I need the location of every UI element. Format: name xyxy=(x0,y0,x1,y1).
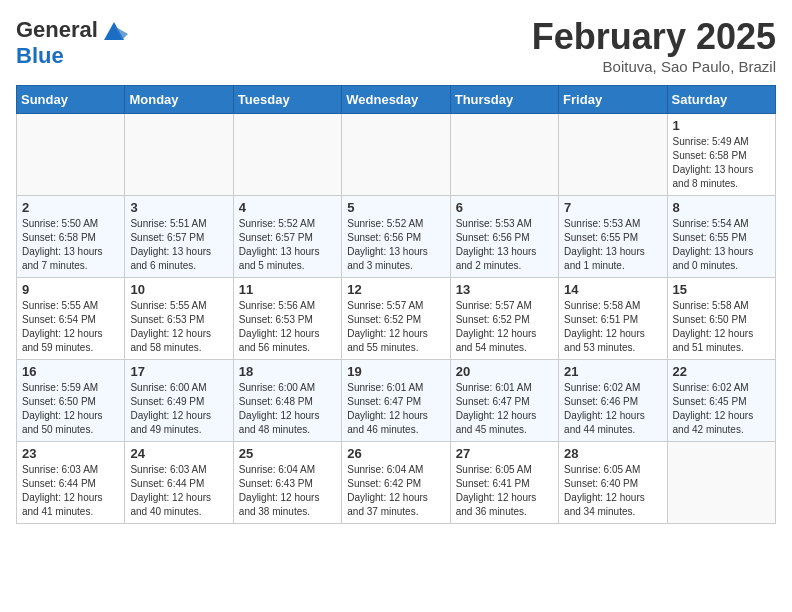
location: Boituva, Sao Paulo, Brazil xyxy=(532,58,776,75)
calendar-cell xyxy=(559,114,667,196)
calendar-cell: 16Sunrise: 5:59 AM Sunset: 6:50 PM Dayli… xyxy=(17,360,125,442)
day-info: Sunrise: 5:58 AM Sunset: 6:50 PM Dayligh… xyxy=(673,299,770,355)
day-number: 8 xyxy=(673,200,770,215)
logo-icon xyxy=(100,16,128,44)
day-number: 28 xyxy=(564,446,661,461)
weekday-header-saturday: Saturday xyxy=(667,86,775,114)
calendar-cell: 11Sunrise: 5:56 AM Sunset: 6:53 PM Dayli… xyxy=(233,278,341,360)
day-info: Sunrise: 6:01 AM Sunset: 6:47 PM Dayligh… xyxy=(347,381,444,437)
weekday-header-friday: Friday xyxy=(559,86,667,114)
month-title: February 2025 xyxy=(532,16,776,58)
calendar-cell: 14Sunrise: 5:58 AM Sunset: 6:51 PM Dayli… xyxy=(559,278,667,360)
day-info: Sunrise: 6:05 AM Sunset: 6:41 PM Dayligh… xyxy=(456,463,553,519)
day-number: 7 xyxy=(564,200,661,215)
calendar-week-1: 1Sunrise: 5:49 AM Sunset: 6:58 PM Daylig… xyxy=(17,114,776,196)
day-number: 3 xyxy=(130,200,227,215)
calendar-cell xyxy=(233,114,341,196)
day-info: Sunrise: 5:56 AM Sunset: 6:53 PM Dayligh… xyxy=(239,299,336,355)
calendar-cell: 22Sunrise: 6:02 AM Sunset: 6:45 PM Dayli… xyxy=(667,360,775,442)
calendar-cell xyxy=(342,114,450,196)
day-number: 27 xyxy=(456,446,553,461)
day-number: 9 xyxy=(22,282,119,297)
page-header: General Blue February 2025 Boituva, Sao … xyxy=(16,16,776,75)
day-info: Sunrise: 5:54 AM Sunset: 6:55 PM Dayligh… xyxy=(673,217,770,273)
day-number: 18 xyxy=(239,364,336,379)
calendar-cell: 10Sunrise: 5:55 AM Sunset: 6:53 PM Dayli… xyxy=(125,278,233,360)
calendar-cell: 9Sunrise: 5:55 AM Sunset: 6:54 PM Daylig… xyxy=(17,278,125,360)
day-number: 24 xyxy=(130,446,227,461)
logo: General Blue xyxy=(16,16,128,68)
day-info: Sunrise: 6:04 AM Sunset: 6:43 PM Dayligh… xyxy=(239,463,336,519)
calendar-cell: 6Sunrise: 5:53 AM Sunset: 6:56 PM Daylig… xyxy=(450,196,558,278)
day-info: Sunrise: 5:59 AM Sunset: 6:50 PM Dayligh… xyxy=(22,381,119,437)
calendar-cell xyxy=(667,442,775,524)
day-info: Sunrise: 6:02 AM Sunset: 6:45 PM Dayligh… xyxy=(673,381,770,437)
day-number: 14 xyxy=(564,282,661,297)
calendar-week-5: 23Sunrise: 6:03 AM Sunset: 6:44 PM Dayli… xyxy=(17,442,776,524)
day-number: 20 xyxy=(456,364,553,379)
day-number: 2 xyxy=(22,200,119,215)
day-info: Sunrise: 6:04 AM Sunset: 6:42 PM Dayligh… xyxy=(347,463,444,519)
title-block: February 2025 Boituva, Sao Paulo, Brazil xyxy=(532,16,776,75)
calendar-cell: 13Sunrise: 5:57 AM Sunset: 6:52 PM Dayli… xyxy=(450,278,558,360)
logo-blue: Blue xyxy=(16,44,128,68)
day-info: Sunrise: 6:01 AM Sunset: 6:47 PM Dayligh… xyxy=(456,381,553,437)
calendar-cell: 17Sunrise: 6:00 AM Sunset: 6:49 PM Dayli… xyxy=(125,360,233,442)
calendar-cell xyxy=(450,114,558,196)
calendar-cell: 24Sunrise: 6:03 AM Sunset: 6:44 PM Dayli… xyxy=(125,442,233,524)
day-info: Sunrise: 5:52 AM Sunset: 6:57 PM Dayligh… xyxy=(239,217,336,273)
calendar-cell: 15Sunrise: 5:58 AM Sunset: 6:50 PM Dayli… xyxy=(667,278,775,360)
calendar-cell: 7Sunrise: 5:53 AM Sunset: 6:55 PM Daylig… xyxy=(559,196,667,278)
calendar-cell xyxy=(125,114,233,196)
calendar-cell: 3Sunrise: 5:51 AM Sunset: 6:57 PM Daylig… xyxy=(125,196,233,278)
weekday-header-thursday: Thursday xyxy=(450,86,558,114)
day-number: 19 xyxy=(347,364,444,379)
day-info: Sunrise: 5:49 AM Sunset: 6:58 PM Dayligh… xyxy=(673,135,770,191)
calendar-cell: 8Sunrise: 5:54 AM Sunset: 6:55 PM Daylig… xyxy=(667,196,775,278)
calendar-cell: 4Sunrise: 5:52 AM Sunset: 6:57 PM Daylig… xyxy=(233,196,341,278)
day-info: Sunrise: 6:00 AM Sunset: 6:49 PM Dayligh… xyxy=(130,381,227,437)
day-info: Sunrise: 5:53 AM Sunset: 6:55 PM Dayligh… xyxy=(564,217,661,273)
day-info: Sunrise: 5:57 AM Sunset: 6:52 PM Dayligh… xyxy=(456,299,553,355)
calendar-cell: 12Sunrise: 5:57 AM Sunset: 6:52 PM Dayli… xyxy=(342,278,450,360)
day-info: Sunrise: 5:58 AM Sunset: 6:51 PM Dayligh… xyxy=(564,299,661,355)
day-number: 17 xyxy=(130,364,227,379)
weekday-header-sunday: Sunday xyxy=(17,86,125,114)
day-number: 4 xyxy=(239,200,336,215)
weekday-header-row: SundayMondayTuesdayWednesdayThursdayFrid… xyxy=(17,86,776,114)
calendar-cell: 27Sunrise: 6:05 AM Sunset: 6:41 PM Dayli… xyxy=(450,442,558,524)
day-number: 22 xyxy=(673,364,770,379)
day-number: 25 xyxy=(239,446,336,461)
calendar-cell: 26Sunrise: 6:04 AM Sunset: 6:42 PM Dayli… xyxy=(342,442,450,524)
day-info: Sunrise: 5:55 AM Sunset: 6:53 PM Dayligh… xyxy=(130,299,227,355)
calendar-cell: 19Sunrise: 6:01 AM Sunset: 6:47 PM Dayli… xyxy=(342,360,450,442)
calendar-cell: 23Sunrise: 6:03 AM Sunset: 6:44 PM Dayli… xyxy=(17,442,125,524)
day-info: Sunrise: 5:55 AM Sunset: 6:54 PM Dayligh… xyxy=(22,299,119,355)
day-info: Sunrise: 5:53 AM Sunset: 6:56 PM Dayligh… xyxy=(456,217,553,273)
calendar-cell: 20Sunrise: 6:01 AM Sunset: 6:47 PM Dayli… xyxy=(450,360,558,442)
day-info: Sunrise: 6:02 AM Sunset: 6:46 PM Dayligh… xyxy=(564,381,661,437)
day-number: 11 xyxy=(239,282,336,297)
day-info: Sunrise: 6:05 AM Sunset: 6:40 PM Dayligh… xyxy=(564,463,661,519)
logo-general: General xyxy=(16,18,98,42)
day-number: 23 xyxy=(22,446,119,461)
day-number: 12 xyxy=(347,282,444,297)
day-info: Sunrise: 6:03 AM Sunset: 6:44 PM Dayligh… xyxy=(130,463,227,519)
day-info: Sunrise: 5:50 AM Sunset: 6:58 PM Dayligh… xyxy=(22,217,119,273)
calendar-week-4: 16Sunrise: 5:59 AM Sunset: 6:50 PM Dayli… xyxy=(17,360,776,442)
day-number: 10 xyxy=(130,282,227,297)
day-info: Sunrise: 6:03 AM Sunset: 6:44 PM Dayligh… xyxy=(22,463,119,519)
day-number: 16 xyxy=(22,364,119,379)
weekday-header-wednesday: Wednesday xyxy=(342,86,450,114)
calendar-week-3: 9Sunrise: 5:55 AM Sunset: 6:54 PM Daylig… xyxy=(17,278,776,360)
day-number: 21 xyxy=(564,364,661,379)
calendar-cell: 1Sunrise: 5:49 AM Sunset: 6:58 PM Daylig… xyxy=(667,114,775,196)
day-number: 26 xyxy=(347,446,444,461)
calendar-table: SundayMondayTuesdayWednesdayThursdayFrid… xyxy=(16,85,776,524)
day-number: 15 xyxy=(673,282,770,297)
day-info: Sunrise: 5:57 AM Sunset: 6:52 PM Dayligh… xyxy=(347,299,444,355)
day-info: Sunrise: 5:51 AM Sunset: 6:57 PM Dayligh… xyxy=(130,217,227,273)
calendar-week-2: 2Sunrise: 5:50 AM Sunset: 6:58 PM Daylig… xyxy=(17,196,776,278)
calendar-cell: 21Sunrise: 6:02 AM Sunset: 6:46 PM Dayli… xyxy=(559,360,667,442)
calendar-cell: 5Sunrise: 5:52 AM Sunset: 6:56 PM Daylig… xyxy=(342,196,450,278)
